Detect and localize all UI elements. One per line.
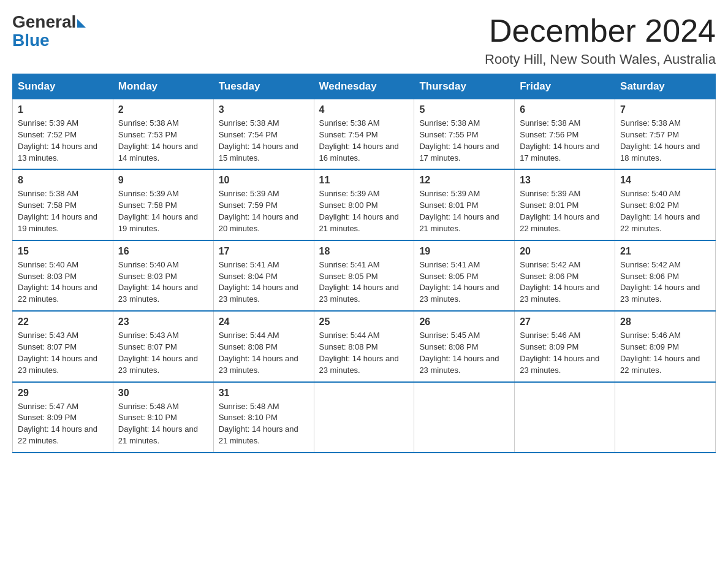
day-number: 19 <box>419 246 509 257</box>
day-info: Sunrise: 5:38 AMSunset: 7:57 PMDaylight:… <box>620 118 710 164</box>
calendar-cell: 9 Sunrise: 5:39 AMSunset: 7:58 PMDayligh… <box>113 169 213 240</box>
calendar-week-4: 22 Sunrise: 5:43 AMSunset: 8:07 PMDaylig… <box>13 311 716 381</box>
calendar-week-2: 8 Sunrise: 5:38 AMSunset: 7:58 PMDayligh… <box>13 169 716 240</box>
day-number: 10 <box>219 175 309 186</box>
calendar-cell: 14 Sunrise: 5:40 AMSunset: 8:02 PMDaylig… <box>615 169 716 240</box>
calendar-cell: 30 Sunrise: 5:48 AMSunset: 8:10 PMDaylig… <box>113 382 213 453</box>
calendar-cell: 18 Sunrise: 5:41 AMSunset: 8:05 PMDaylig… <box>314 240 414 311</box>
logo-arrow-icon <box>77 19 86 28</box>
day-info: Sunrise: 5:39 AMSunset: 8:00 PMDaylight:… <box>319 188 409 234</box>
day-info: Sunrise: 5:43 AMSunset: 8:07 PMDaylight:… <box>118 330 208 376</box>
day-info: Sunrise: 5:39 AMSunset: 8:01 PMDaylight:… <box>419 188 509 234</box>
calendar-cell: 25 Sunrise: 5:44 AMSunset: 8:08 PMDaylig… <box>314 311 414 381</box>
header-day-tuesday: Tuesday <box>213 74 314 99</box>
day-number: 2 <box>118 104 208 115</box>
calendar-week-3: 15 Sunrise: 5:40 AMSunset: 8:03 PMDaylig… <box>13 240 716 311</box>
day-info: Sunrise: 5:38 AMSunset: 7:53 PMDaylight:… <box>118 118 208 164</box>
day-info: Sunrise: 5:39 AMSunset: 7:58 PMDaylight:… <box>118 188 208 234</box>
day-number: 5 <box>419 104 509 115</box>
day-info: Sunrise: 5:43 AMSunset: 8:07 PMDaylight:… <box>18 330 108 376</box>
day-info: Sunrise: 5:41 AMSunset: 8:04 PMDaylight:… <box>219 259 309 305</box>
calendar-cell: 19 Sunrise: 5:41 AMSunset: 8:05 PMDaylig… <box>414 240 515 311</box>
day-number: 31 <box>219 388 309 399</box>
day-info: Sunrise: 5:39 AMSunset: 8:01 PMDaylight:… <box>520 188 610 234</box>
calendar-cell: 3 Sunrise: 5:38 AMSunset: 7:54 PMDayligh… <box>213 99 314 170</box>
logo-blue: Blue <box>12 31 50 50</box>
day-number: 13 <box>520 175 610 186</box>
day-number: 26 <box>419 316 509 327</box>
logo-text: General <box>12 12 86 32</box>
month-title: December 2024 <box>485 12 716 49</box>
calendar-cell: 13 Sunrise: 5:39 AMSunset: 8:01 PMDaylig… <box>515 169 615 240</box>
calendar-header: SundayMondayTuesdayWednesdayThursdayFrid… <box>13 74 716 99</box>
day-info: Sunrise: 5:40 AMSunset: 8:02 PMDaylight:… <box>620 188 710 234</box>
header-day-sunday: Sunday <box>13 74 113 99</box>
header-day-friday: Friday <box>515 74 615 99</box>
day-number: 9 <box>118 175 208 186</box>
calendar-cell: 27 Sunrise: 5:46 AMSunset: 8:09 PMDaylig… <box>515 311 615 381</box>
day-info: Sunrise: 5:47 AMSunset: 8:09 PMDaylight:… <box>18 401 108 447</box>
day-info: Sunrise: 5:46 AMSunset: 8:09 PMDaylight:… <box>520 330 610 376</box>
calendar-cell: 2 Sunrise: 5:38 AMSunset: 7:53 PMDayligh… <box>113 99 213 170</box>
day-number: 16 <box>118 246 208 257</box>
day-number: 29 <box>18 388 108 399</box>
calendar-week-5: 29 Sunrise: 5:47 AMSunset: 8:09 PMDaylig… <box>13 382 716 453</box>
day-number: 7 <box>620 104 710 115</box>
day-number: 20 <box>520 246 610 257</box>
calendar-cell: 23 Sunrise: 5:43 AMSunset: 8:07 PMDaylig… <box>113 311 213 381</box>
calendar-table: SundayMondayTuesdayWednesdayThursdayFrid… <box>12 74 716 453</box>
day-info: Sunrise: 5:38 AMSunset: 7:54 PMDaylight:… <box>219 118 309 164</box>
day-number: 11 <box>319 175 409 186</box>
day-info: Sunrise: 5:39 AMSunset: 7:59 PMDaylight:… <box>219 188 309 234</box>
day-info: Sunrise: 5:42 AMSunset: 8:06 PMDaylight:… <box>620 259 710 305</box>
day-number: 22 <box>18 316 108 327</box>
day-number: 12 <box>419 175 509 186</box>
day-info: Sunrise: 5:40 AMSunset: 8:03 PMDaylight:… <box>118 259 208 305</box>
calendar-cell <box>515 382 615 453</box>
day-info: Sunrise: 5:38 AMSunset: 7:54 PMDaylight:… <box>319 118 409 164</box>
header-day-saturday: Saturday <box>615 74 716 99</box>
calendar-cell: 24 Sunrise: 5:44 AMSunset: 8:08 PMDaylig… <box>213 311 314 381</box>
day-info: Sunrise: 5:40 AMSunset: 8:03 PMDaylight:… <box>18 259 108 305</box>
day-info: Sunrise: 5:41 AMSunset: 8:05 PMDaylight:… <box>419 259 509 305</box>
logo-general: General <box>12 12 76 32</box>
day-info: Sunrise: 5:38 AMSunset: 7:56 PMDaylight:… <box>520 118 610 164</box>
calendar-cell: 31 Sunrise: 5:48 AMSunset: 8:10 PMDaylig… <box>213 382 314 453</box>
calendar-cell: 8 Sunrise: 5:38 AMSunset: 7:58 PMDayligh… <box>13 169 113 240</box>
day-info: Sunrise: 5:38 AMSunset: 7:55 PMDaylight:… <box>419 118 509 164</box>
day-info: Sunrise: 5:38 AMSunset: 7:58 PMDaylight:… <box>18 188 108 234</box>
calendar-week-1: 1 Sunrise: 5:39 AMSunset: 7:52 PMDayligh… <box>13 99 716 170</box>
calendar-cell <box>615 382 716 453</box>
calendar-cell: 22 Sunrise: 5:43 AMSunset: 8:07 PMDaylig… <box>13 311 113 381</box>
day-info: Sunrise: 5:46 AMSunset: 8:09 PMDaylight:… <box>620 330 710 376</box>
calendar-body: 1 Sunrise: 5:39 AMSunset: 7:52 PMDayligh… <box>13 99 716 453</box>
day-info: Sunrise: 5:45 AMSunset: 8:08 PMDaylight:… <box>419 330 509 376</box>
day-info: Sunrise: 5:41 AMSunset: 8:05 PMDaylight:… <box>319 259 409 305</box>
day-info: Sunrise: 5:48 AMSunset: 8:10 PMDaylight:… <box>219 401 309 447</box>
day-info: Sunrise: 5:39 AMSunset: 7:52 PMDaylight:… <box>18 118 108 164</box>
calendar-cell: 5 Sunrise: 5:38 AMSunset: 7:55 PMDayligh… <box>414 99 515 170</box>
calendar-cell: 17 Sunrise: 5:41 AMSunset: 8:04 PMDaylig… <box>213 240 314 311</box>
page-header: General Blue December 2024 Rooty Hill, N… <box>12 12 716 67</box>
day-number: 6 <box>520 104 610 115</box>
day-number: 27 <box>520 316 610 327</box>
calendar-cell: 7 Sunrise: 5:38 AMSunset: 7:57 PMDayligh… <box>615 99 716 170</box>
day-info: Sunrise: 5:42 AMSunset: 8:06 PMDaylight:… <box>520 259 610 305</box>
day-number: 8 <box>18 175 108 186</box>
day-number: 3 <box>219 104 309 115</box>
calendar-cell: 10 Sunrise: 5:39 AMSunset: 7:59 PMDaylig… <box>213 169 314 240</box>
day-number: 25 <box>319 316 409 327</box>
header-row: SundayMondayTuesdayWednesdayThursdayFrid… <box>13 74 716 99</box>
header-day-monday: Monday <box>113 74 213 99</box>
calendar-cell: 29 Sunrise: 5:47 AMSunset: 8:09 PMDaylig… <box>13 382 113 453</box>
header-day-wednesday: Wednesday <box>314 74 414 99</box>
day-number: 17 <box>219 246 309 257</box>
day-info: Sunrise: 5:44 AMSunset: 8:08 PMDaylight:… <box>219 330 309 376</box>
day-number: 30 <box>118 388 208 399</box>
logo: General Blue <box>12 12 86 50</box>
day-number: 14 <box>620 175 710 186</box>
calendar-cell: 26 Sunrise: 5:45 AMSunset: 8:08 PMDaylig… <box>414 311 515 381</box>
calendar-cell: 21 Sunrise: 5:42 AMSunset: 8:06 PMDaylig… <box>615 240 716 311</box>
calendar-cell: 20 Sunrise: 5:42 AMSunset: 8:06 PMDaylig… <box>515 240 615 311</box>
calendar-cell: 6 Sunrise: 5:38 AMSunset: 7:56 PMDayligh… <box>515 99 615 170</box>
